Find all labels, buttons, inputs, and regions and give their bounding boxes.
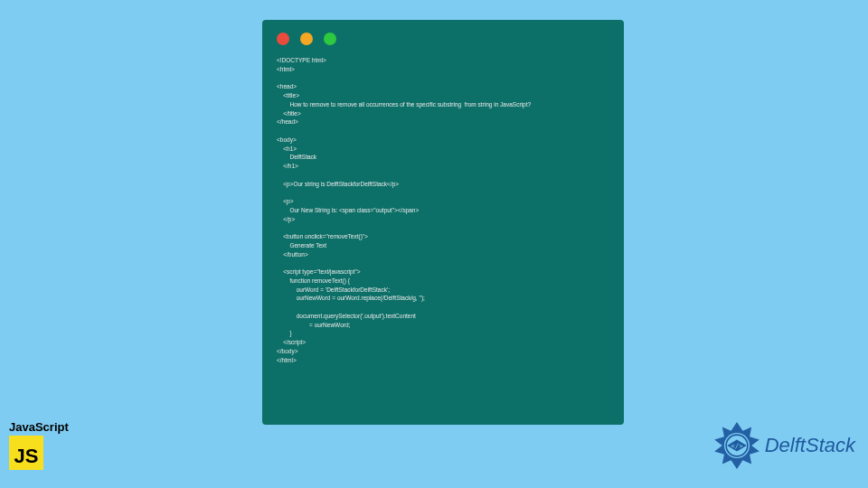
javascript-badge: JavaScript JS	[9, 420, 69, 470]
minimize-icon[interactable]	[300, 33, 313, 45]
delftstack-emblem-icon: </>	[712, 421, 761, 470]
delftstack-logo: </> DelftStack	[712, 421, 855, 470]
javascript-label: JavaScript	[9, 420, 69, 434]
code-window: <!DOCTYPE html> <html> <head> <title> Ho…	[262, 20, 624, 425]
close-icon[interactable]	[277, 33, 289, 45]
maximize-icon[interactable]	[324, 33, 336, 45]
javascript-logo-icon: JS	[9, 436, 43, 470]
svg-text:</>: </>	[731, 442, 743, 450]
window-controls	[277, 33, 609, 45]
code-content: <!DOCTYPE html> <html> <head> <title> Ho…	[277, 56, 609, 364]
delftstack-brand-text: DelftStack	[765, 434, 855, 457]
